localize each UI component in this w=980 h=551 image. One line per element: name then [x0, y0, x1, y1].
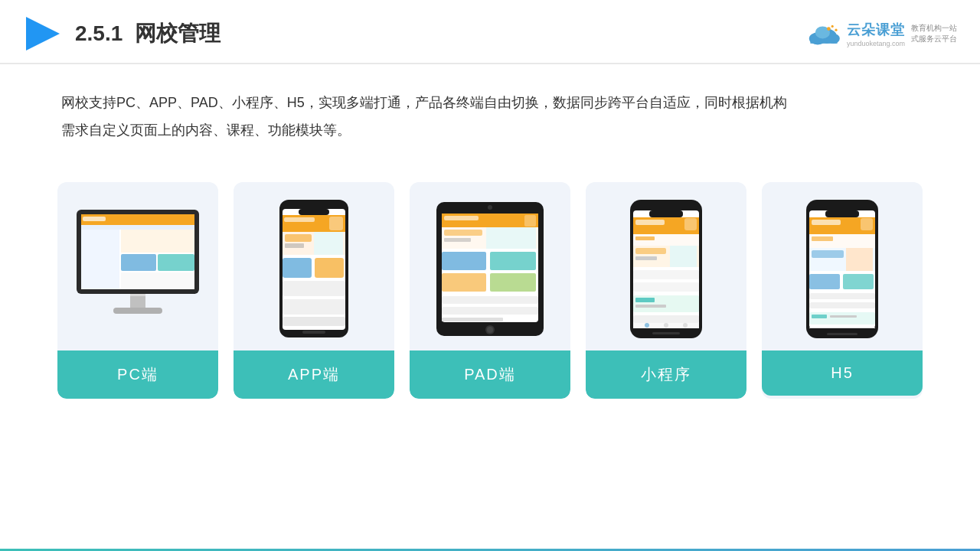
svg-rect-62	[684, 218, 697, 230]
svg-rect-47	[444, 230, 482, 236]
pc-device-icon	[69, 206, 207, 332]
svg-rect-24	[299, 209, 329, 215]
svg-point-8	[835, 29, 837, 31]
svg-rect-18	[121, 272, 194, 289]
card-miniprogram: 小程序	[586, 182, 746, 399]
svg-rect-61	[635, 220, 665, 225]
svg-rect-21	[130, 294, 145, 296]
svg-rect-30	[285, 243, 304, 248]
svg-rect-74	[633, 315, 699, 323]
svg-point-7	[831, 25, 834, 28]
svg-rect-12	[83, 217, 106, 221]
description-line2: 需求自定义页面上的内容、课程、功能模块等。	[61, 116, 919, 144]
svg-point-77	[664, 323, 668, 328]
cards-container: PC端	[0, 159, 980, 422]
description-text: 网校支持PC、APP、PAD、小程序、H5，实现多端打通，产品各终端自由切换，数…	[0, 64, 980, 159]
app-device-icon	[276, 198, 352, 340]
svg-rect-93	[809, 293, 875, 299]
description-line: 网校支持PC、APP、PAD、小程序、H5，实现多端打通，产品各终端自由切换，数…	[61, 89, 919, 116]
svg-rect-55	[442, 307, 538, 315]
svg-rect-98	[809, 328, 875, 328]
card-pc: PC端	[57, 182, 218, 399]
card-h5-label: H5	[762, 350, 923, 396]
card-app-image	[234, 182, 394, 350]
svg-point-42	[488, 205, 492, 210]
svg-rect-99	[827, 333, 858, 335]
svg-rect-53	[490, 273, 536, 292]
header-left: 2.5.1 网校管理	[23, 14, 220, 54]
svg-rect-34	[283, 281, 345, 296]
card-app: APP端	[234, 182, 394, 399]
svg-rect-59	[649, 210, 683, 217]
svg-rect-70	[633, 282, 699, 292]
svg-rect-27	[329, 217, 343, 230]
card-pad-label: PAD端	[410, 350, 570, 399]
card-pc-image	[57, 182, 218, 350]
card-miniprogram-image	[586, 182, 746, 350]
svg-point-76	[645, 323, 649, 328]
svg-rect-68	[670, 246, 697, 267]
svg-rect-54	[442, 296, 538, 304]
brand-url: yunduoketang.com	[847, 40, 905, 47]
svg-rect-56	[442, 318, 503, 321]
card-pc-label: PC端	[57, 350, 218, 399]
card-pad: PAD端	[410, 182, 570, 399]
brand-tagline: 教育机构一站 式服务云平台	[911, 23, 957, 44]
page-title: 2.5.1	[75, 21, 122, 46]
pad-device-icon	[425, 198, 555, 340]
svg-rect-52	[442, 273, 486, 292]
svg-rect-48	[444, 238, 471, 242]
svg-rect-29	[285, 234, 312, 242]
svg-rect-84	[812, 220, 841, 225]
svg-rect-45	[524, 215, 536, 227]
miniprogram-device-icon	[628, 198, 704, 340]
svg-rect-67	[635, 256, 657, 260]
cloud-icon	[805, 21, 842, 46]
svg-rect-73	[635, 305, 666, 308]
svg-rect-26	[284, 217, 315, 222]
svg-rect-69	[633, 270, 699, 279]
svg-rect-79	[652, 332, 680, 334]
svg-rect-51	[490, 252, 536, 270]
card-h5: H5	[762, 182, 923, 399]
svg-rect-32	[283, 258, 312, 278]
svg-rect-90	[846, 248, 873, 271]
brand-logo: 云朵课堂 yunduoketang.com 教育机构一站 式服务云平台	[805, 21, 957, 47]
svg-rect-82	[825, 210, 859, 217]
card-app-label: APP端	[234, 350, 394, 399]
brand-area: 云朵课堂 yunduoketang.com 教育机构一站 式服务云平台	[805, 21, 957, 47]
svg-rect-91	[809, 274, 840, 289]
svg-rect-92	[843, 274, 874, 289]
card-h5-image	[762, 182, 923, 350]
svg-rect-72	[635, 298, 655, 302]
svg-rect-64	[635, 236, 655, 240]
svg-rect-20	[113, 308, 162, 314]
svg-rect-44	[444, 216, 479, 220]
svg-point-6	[827, 27, 831, 31]
svg-rect-36	[283, 317, 345, 326]
svg-rect-16	[121, 254, 156, 271]
header: 2.5.1 网校管理 云朵课堂 yunduoketang.com 教育机构一	[0, 0, 980, 64]
brand-text: 云朵课堂 yunduoketang.com	[847, 21, 905, 47]
h5-device-icon	[804, 198, 880, 340]
svg-rect-15	[121, 230, 194, 253]
svg-rect-17	[158, 254, 194, 271]
svg-rect-31	[314, 232, 343, 255]
card-pad-image	[410, 182, 570, 350]
svg-point-41	[487, 327, 493, 333]
svg-rect-13	[81, 225, 194, 230]
svg-rect-49	[486, 227, 536, 249]
svg-rect-35	[283, 299, 345, 315]
svg-rect-50	[442, 252, 486, 270]
svg-rect-33	[315, 258, 344, 278]
svg-rect-96	[812, 315, 827, 318]
svg-rect-37	[302, 331, 325, 334]
svg-rect-85	[861, 218, 873, 230]
page-title-text: 网校管理	[135, 19, 220, 48]
svg-rect-14	[81, 230, 119, 289]
svg-rect-66	[635, 248, 666, 254]
card-miniprogram-label: 小程序	[586, 350, 746, 399]
svg-rect-97	[830, 315, 857, 318]
svg-rect-94	[809, 302, 875, 308]
svg-point-78	[683, 323, 688, 328]
